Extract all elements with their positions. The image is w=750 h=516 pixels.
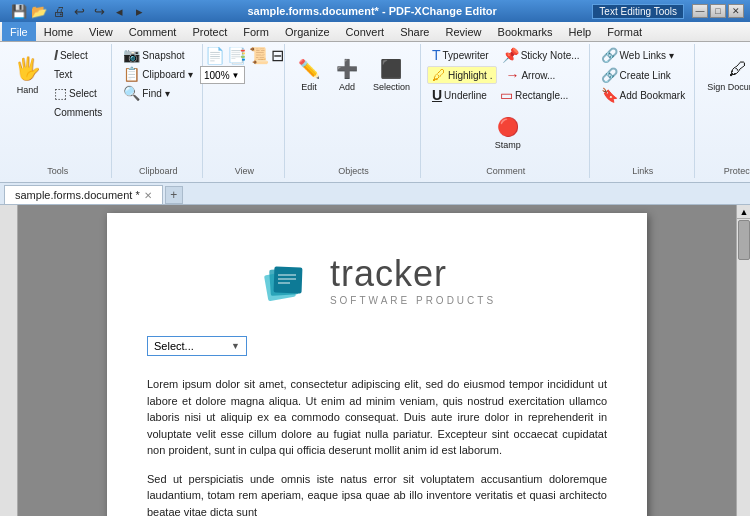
menu-share[interactable]: Share [392,22,437,41]
underline-button[interactable]: U Underline [427,86,492,104]
add-bookmark-button[interactable]: 🔖 Add Bookmark [596,86,691,104]
two-page-icon[interactable]: 📑 [227,46,247,65]
create-link-label: Create Link [620,70,671,81]
ribbon-group-objects: ✏️ Edit ➕ Add ⬛ Selection Objects [287,44,421,178]
logo-tracker-text: tracker [330,253,496,295]
arrow-icon: → [505,67,519,83]
clipboard-button[interactable]: 📋 Clipboard ▾ [118,65,198,83]
page-view-icon[interactable]: 📄 [205,46,225,65]
edit-label: Edit [301,82,317,93]
logo-software-text: SOFTWARE PRODUCTS [330,295,496,306]
sign-document-button[interactable]: 🖊 Sign Document [701,46,750,106]
snapshot-button[interactable]: 📷 Snapshot [118,46,198,64]
menu-review[interactable]: Review [437,22,489,41]
links-col: 🔗 Web Links ▾ 🔗 Create Link 🔖 Add Bookma… [596,46,691,104]
redo-icon[interactable]: ↪ [90,2,108,20]
select-dropdown[interactable]: Select... ▼ [147,336,247,356]
selection-label: Selection [373,82,410,93]
undo-icon[interactable]: ↩ [70,2,88,20]
hand-label: Hand [17,85,39,96]
svg-rect-3 [273,266,302,293]
typewriter-button[interactable]: T Typewriter [427,46,494,64]
ribbon-group-protect: 🖊 Sign Document Protect [697,44,750,178]
menu-protect[interactable]: Protect [184,22,235,41]
create-link-icon: 🔗 [601,67,618,83]
select-comments-button2[interactable]: Comments [49,103,107,121]
menu-help[interactable]: Help [561,22,600,41]
stamp-button[interactable]: 🔴 Stamp [489,104,527,164]
clipboard-group-label: Clipboard [139,164,178,176]
add-button[interactable]: ➕ Add [329,46,365,106]
web-links-button[interactable]: 🔗 Web Links ▾ [596,46,691,64]
menu-home[interactable]: Home [36,22,81,41]
rectangle-icon: ▭ [500,87,513,103]
select-text-button[interactable]: I Select [49,46,107,64]
main-area: tracker SOFTWARE PRODUCTS Select... ▼ Lo… [0,205,750,516]
clipboard-label: Clipboard ▾ [142,69,193,80]
comment-group-label: Comment [486,164,525,176]
protect-group-label: Protect [724,164,750,176]
sign-label: Sign Document [707,82,750,93]
find-icon: 🔍 [123,85,140,101]
tab-close-button[interactable]: ✕ [144,190,152,201]
arrow-button[interactable]: → Arrow... [500,66,560,84]
find-label: Find ▾ [142,88,169,99]
open-icon[interactable]: 📂 [30,2,48,20]
menu-form[interactable]: Form [235,22,277,41]
select-comments-label2: Comments [54,107,102,118]
nav-back-icon[interactable]: ◂ [110,2,128,20]
document-tab[interactable]: sample.forms.document * ✕ [4,185,163,204]
ribbon-group-view: 📄 📑 📜 ⊟ 100% ▼ View [205,44,285,178]
create-link-button[interactable]: 🔗 Create Link [596,66,691,84]
rectangle-button[interactable]: ▭ Rectangle... [495,86,573,104]
menu-view[interactable]: View [81,22,121,41]
edit-button[interactable]: ✏️ Edit [291,46,327,106]
body-paragraph-1: Lorem ipsum dolor sit amet, consectetur … [147,376,607,459]
columns-icon[interactable]: ⊟ [271,46,284,65]
highlight-button[interactable]: 🖊 Highlight . [427,66,497,84]
menu-bar: File Home View Comment Protect Form Orga… [0,22,750,42]
add-bookmark-icon: 🔖 [601,87,618,103]
logo-text-area: tracker SOFTWARE PRODUCTS [330,253,496,306]
menu-format[interactable]: Format [599,22,650,41]
new-tab-button[interactable]: + [165,186,183,204]
right-scrollbar[interactable]: ▲ ▼ [736,205,750,516]
snapshot-col: 📷 Snapshot 📋 Clipboard ▾ 🔍 Find ▾ [118,46,198,102]
objects-buttons: ✏️ Edit ➕ Add ⬛ Selection [291,46,416,164]
menu-comment[interactable]: Comment [121,22,185,41]
quick-access-toolbar: 💾 📂 🖨 ↩ ↪ ◂ ▸ [6,2,152,20]
zoom-dropdown-arrow[interactable]: ▼ [232,71,240,80]
highlight-icon: 🖊 [432,67,446,83]
select-text-label2: Text [54,69,72,80]
menu-file[interactable]: File [2,22,36,41]
scroll-thumb[interactable] [738,220,750,260]
menu-organize[interactable]: Organize [277,22,338,41]
window-controls[interactable]: — □ ✕ [692,4,744,18]
hand-button[interactable]: 🖐 Hand [8,46,47,106]
sticky-note-button[interactable]: 📌 Sticky Note... [497,46,585,64]
selection-button[interactable]: ⬛ Selection [367,46,416,106]
scroll-icon[interactable]: 📜 [249,46,269,65]
edit-icon: ✏️ [298,59,320,81]
minimize-button[interactable]: — [692,4,708,18]
zoom-box[interactable]: 100% ▼ [200,66,245,84]
select-text-button2[interactable]: Text [49,65,107,83]
dropdown-value: Select... [154,340,194,352]
save-icon[interactable]: 💾 [10,2,28,20]
typewriter-icon: T [432,47,441,63]
find-button[interactable]: 🔍 Find ▾ [118,84,198,102]
stamp-col: 🔴 Stamp [489,104,527,164]
dropdown-arrow-icon: ▼ [231,341,240,351]
menu-bookmarks[interactable]: Bookmarks [490,22,561,41]
window-title: sample.forms.document* - PDF-XChange Edi… [152,5,592,17]
print-icon[interactable]: 🖨 [50,2,68,20]
nav-fwd-icon[interactable]: ▸ [130,2,148,20]
web-links-label: Web Links ▾ [620,50,674,61]
maximize-button[interactable]: □ [710,4,726,18]
close-button[interactable]: ✕ [728,4,744,18]
scroll-up-button[interactable]: ▲ [737,205,750,219]
view-group-label: View [235,164,254,176]
menu-convert[interactable]: Convert [338,22,393,41]
select-comments-button[interactable]: ⬚ Select [49,84,107,102]
tab-bar: sample.forms.document * ✕ + [0,183,750,205]
